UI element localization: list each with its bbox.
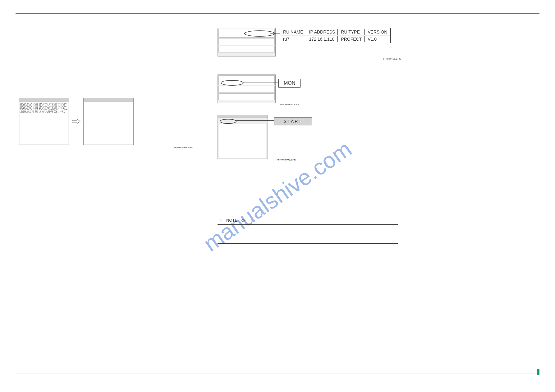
header-cell: VERSION (365, 29, 390, 35)
left-column: GaN -0.002 16:17:10 GaN -0.001 16:17:11 … (19, 40, 193, 149)
cell: ru7 (281, 36, 306, 42)
table-row: ru7 172.16.1.110 PROFECT V1.0 (281, 36, 390, 42)
blank-panel (219, 124, 266, 158)
highlight-oval (221, 80, 244, 86)
note-label: NOTE (224, 217, 239, 223)
right-column: RU NAME IP ADDRESS RU TYPE VERSION ru7 1… (218, 28, 404, 169)
cell: 172.16.1.110 (307, 36, 338, 42)
bottom-rule (16, 373, 539, 373)
log-window-before: GaN -0.002 16:17:10 GaN -0.001 16:17:11 … (19, 98, 69, 145)
arrow-right-icon (71, 118, 81, 124)
before-after-figure: GaN -0.002 16:17:10 GaN -0.001 16:17:11 … (19, 98, 193, 145)
page-marker (537, 369, 539, 375)
manual-page: manualshive.com GaN -0.002 16:17:10 GaN … (0, 0, 555, 392)
callout-line (270, 34, 281, 34)
header-cell: IP ADDRESS (307, 29, 338, 35)
figure-mon: MON FFR9H4404.EPS (218, 74, 404, 109)
dialog-section (218, 29, 275, 38)
diamond-icon: ◇ (219, 218, 222, 223)
log-content: GaN -0.002 16:17:10 GaN -0.001 16:17:11 … (20, 102, 68, 144)
dialog-section (218, 46, 275, 52)
log-window-after (83, 98, 134, 145)
empty-log-content (84, 102, 133, 144)
settings-dialog (218, 28, 276, 56)
settings-dialog (218, 74, 276, 103)
figure-ref: FFR9H4408.EPS (19, 146, 193, 149)
table-header-row: RU NAME IP ADDRESS RU TYPE VERSION (281, 29, 390, 35)
start-button[interactable]: START (274, 117, 312, 125)
start-window (218, 115, 268, 159)
callout-line (242, 83, 279, 83)
figure-ru-settings: RU NAME IP ADDRESS RU TYPE VERSION ru7 1… (218, 28, 404, 62)
figure-ref: FFR9H4404.EPS (280, 103, 299, 106)
header-cell: RU TYPE (338, 29, 365, 35)
figure-start: START FFR9H4406.EPS (218, 115, 404, 163)
cell: V1.0 (365, 36, 390, 42)
dialog-section (218, 86, 275, 93)
note-divider (218, 243, 398, 244)
dialog-section (218, 75, 275, 85)
top-rule (16, 13, 539, 14)
note-header: ◇ NOTE ◇ (218, 217, 398, 223)
figure-ref: FFR9H4416.EPS (382, 57, 401, 60)
highlight-oval (220, 119, 236, 124)
dialog-section (218, 93, 275, 100)
window-titlebar (84, 98, 133, 101)
header-cell: RU NAME (281, 29, 306, 35)
dialog-section (218, 38, 275, 45)
window-titlebar (218, 115, 268, 118)
callout-line (236, 120, 275, 121)
window-titlebar (19, 98, 69, 101)
mon-label: MON (278, 79, 300, 88)
note-block: ◇ NOTE ◇ (218, 217, 398, 244)
cell: PROFECT (338, 36, 365, 42)
diamond-icon: ◇ (241, 218, 245, 223)
note-divider (218, 224, 398, 225)
ru-info-table: RU NAME IP ADDRESS RU TYPE VERSION ru7 1… (280, 28, 391, 43)
figure-ref: FFR9H4406.EPS (277, 158, 296, 161)
